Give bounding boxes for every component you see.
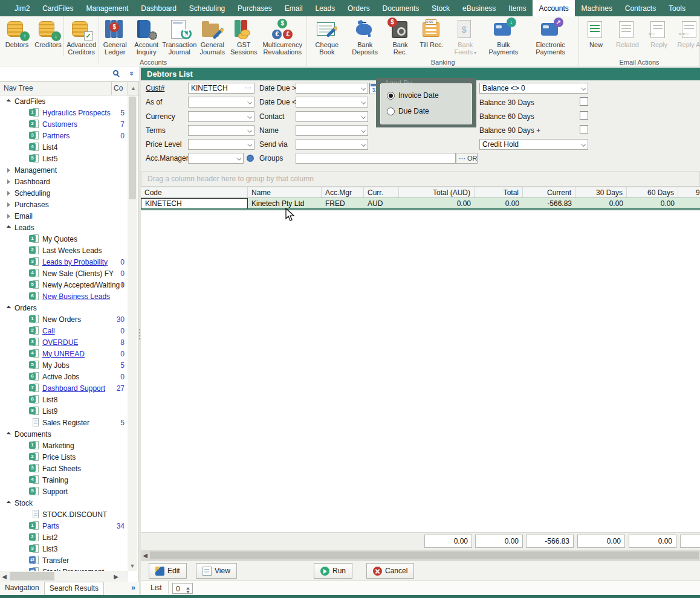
menu-item-tools[interactable]: Tools xyxy=(663,0,692,16)
menu-item-items[interactable]: Items xyxy=(502,0,532,16)
table-horizontal-scrollbar[interactable]: ◀ xyxy=(141,550,700,561)
cell-curr[interactable]: AUD xyxy=(364,198,399,210)
gear-icon[interactable] xyxy=(245,153,254,162)
nav-item-dashboard-support[interactable]: 7Dashboard Support27 xyxy=(0,382,128,394)
nav-item-list5[interactable]: 5List5 xyxy=(0,153,128,164)
list-count-spinner[interactable]: 0 xyxy=(172,583,193,594)
ribbon-new-button[interactable]: New xyxy=(580,16,612,56)
cell-name[interactable]: Kinetech Pty Ltd xyxy=(248,198,322,210)
ribbon-bulk-payments-button[interactable]: ↓Bulk Payments xyxy=(484,16,524,63)
nav-item-my-quotes[interactable]: 1My Quotes xyxy=(0,233,128,245)
menu-item-machines[interactable]: Machines xyxy=(575,0,618,16)
nav-item-list3[interactable]: 3List3 xyxy=(0,543,128,555)
menu-item-leads[interactable]: Leads xyxy=(309,0,341,16)
nav-item-stock-procurement[interactable]: ⇄Stock Procurement xyxy=(0,566,128,571)
nav-item-training[interactable]: 4Training xyxy=(0,474,128,486)
column-header-30-days[interactable]: 30 Days xyxy=(575,187,627,198)
menu-item-email[interactable]: Email xyxy=(279,0,309,16)
expand-triangle-icon[interactable] xyxy=(7,202,10,207)
expand-triangle-icon[interactable] xyxy=(7,191,10,196)
nav-item-purchases[interactable]: Purchases xyxy=(0,199,128,210)
nav-item-list8[interactable]: 8List8 xyxy=(0,394,128,405)
column-header-60-days[interactable]: 60 Days xyxy=(627,187,678,198)
nav-item-my-unread[interactable]: 4My UNREAD0 xyxy=(0,348,128,359)
ribbon-advanced-creditors-button[interactable]: ✓Advanced Creditors xyxy=(64,16,99,63)
cust-input[interactable]: KINETECH⋯ xyxy=(188,83,254,94)
menu-item-dashboard[interactable]: Dashboard xyxy=(135,0,183,16)
nav-tree-header-count[interactable]: Co xyxy=(112,82,128,95)
column-header-total[interactable]: Total xyxy=(475,187,523,198)
nav-item-list4[interactable]: 4List4 xyxy=(0,141,128,153)
contact-select[interactable] xyxy=(296,111,368,122)
run-button[interactable]: Run xyxy=(314,563,352,579)
menu-item-documents[interactable]: Documents xyxy=(377,0,426,16)
ribbon-debtors-button[interactable]: ↑Debtors xyxy=(1,16,33,56)
nav-item-documents[interactable]: Documents xyxy=(0,428,128,440)
view-button[interactable]: View xyxy=(196,563,237,579)
cell-90-days[interactable]: 0.00 xyxy=(678,198,700,210)
ribbon-till-rec-button[interactable]: Till Rec. xyxy=(416,16,447,56)
column-header-code[interactable]: Code xyxy=(141,187,248,198)
nav-item-marketing[interactable]: 1Marketing xyxy=(0,440,128,451)
nav-vertical-scrollbar[interactable]: ▼ xyxy=(128,95,137,571)
table-row[interactable]: KINETECHKinetech Pty LtdFREDAUD0.000.00-… xyxy=(141,198,700,210)
scroll-up-icon[interactable]: ▲ xyxy=(128,82,138,95)
menu-item-ebusiness[interactable]: eBusiness xyxy=(456,0,502,16)
column-header-90-days[interactable]: 90 Days xyxy=(678,187,700,198)
ribbon-bank-rec-button[interactable]: $Bank Rec. xyxy=(384,16,416,63)
cell-total-aud[interactable]: 0.00 xyxy=(399,198,475,210)
collapse-triangle-icon[interactable] xyxy=(7,501,11,506)
nav-item-dashboard[interactable]: Dashboard xyxy=(0,176,128,187)
menu-item-orders[interactable]: Orders xyxy=(342,0,376,16)
ribbon-account-inquiry-button[interactable]: Account Inquiry xyxy=(131,16,162,63)
ribbon-multicurrency-revaluations-button[interactable]: $€£Multicurrency Revaluations xyxy=(259,16,305,63)
radio-due-date[interactable]: Due Date xyxy=(387,107,429,115)
cell-current[interactable]: -566.83 xyxy=(523,198,575,210)
nav-item-partners[interactable]: 3Partners0 xyxy=(0,130,128,141)
cell-30-days[interactable]: 0.00 xyxy=(575,198,627,210)
spinner-down-icon[interactable] xyxy=(185,588,192,593)
currency-select[interactable] xyxy=(188,111,254,122)
cell-code[interactable]: KINETECH xyxy=(141,198,248,210)
menu-item-purchases[interactable]: Purchases xyxy=(232,0,278,16)
balance-60-checkbox[interactable] xyxy=(580,111,588,120)
nav-item-management[interactable]: Management xyxy=(0,164,128,176)
list-tab[interactable]: List xyxy=(144,581,169,594)
ribbon-creditors-button[interactable]: ↓Creditors xyxy=(33,16,64,56)
balance-30-checkbox[interactable] xyxy=(580,97,588,106)
collapse-triangle-icon[interactable] xyxy=(7,306,11,310)
nav-item-active-jobs[interactable]: 6Active Jobs0 xyxy=(0,371,128,382)
expand-triangle-icon[interactable] xyxy=(7,168,10,173)
ribbon-electronic-payments-button[interactable]: ↗Electronic Payments xyxy=(523,16,577,63)
nav-item-hydraulics-prospects[interactable]: 1Hydraulics Prospects5 xyxy=(0,107,128,118)
column-header-total-aud[interactable]: Total (AUD) xyxy=(399,187,475,198)
name-select[interactable] xyxy=(296,125,368,136)
scroll-left-icon[interactable]: ◀ xyxy=(0,573,8,580)
nav-item-scheduling[interactable]: Scheduling xyxy=(0,187,128,199)
price-level-select[interactable] xyxy=(188,139,254,150)
nav-item-overdue[interactable]: 3OVERDUE8 xyxy=(0,336,128,348)
nav-item-stock[interactable]: Stock xyxy=(0,497,128,509)
collapse-triangle-icon[interactable] xyxy=(7,432,11,437)
group-by-bar[interactable]: Drag a column header here to group by th… xyxy=(141,171,700,187)
cell-total[interactable]: 0.00 xyxy=(475,198,523,210)
nav-item-new-sale-clients-fy[interactable]: 4New Sale (Clients) FY0 xyxy=(0,268,128,279)
groups-or-button[interactable]: ⋯OR xyxy=(456,153,478,164)
tab-navigation[interactable]: Navigation xyxy=(0,582,44,595)
edit-button[interactable]: Edit xyxy=(149,563,187,579)
nav-item-price-lists[interactable]: 2Price Lists xyxy=(0,451,128,463)
column-header-current[interactable]: Current xyxy=(523,187,575,198)
expand-triangle-icon[interactable] xyxy=(7,179,10,184)
date-due-lt-select[interactable] xyxy=(296,97,368,108)
nav-search-input[interactable]: » xyxy=(0,66,139,82)
nav-tree-header-name[interactable]: Nav Tree xyxy=(0,82,112,95)
credit-hold-select[interactable]: Credit Hold xyxy=(479,139,588,150)
nav-item-fact-sheets[interactable]: 3Fact Sheets xyxy=(0,463,128,474)
column-header-acc-mgr[interactable]: Acc.Mgr xyxy=(322,187,364,198)
nav-item-newly-accepted-waiting-i[interactable]: 5Newly Accepted/Waiting I0 xyxy=(0,279,128,291)
nav-item-orders[interactable]: Orders xyxy=(0,302,128,313)
nav-item-transfer[interactable]: ⇄Transfer xyxy=(0,555,128,566)
date-due-gt-select[interactable] xyxy=(296,83,368,94)
balance-90-checkbox[interactable] xyxy=(580,125,588,133)
column-header-curr[interactable]: Curr. xyxy=(364,187,399,198)
